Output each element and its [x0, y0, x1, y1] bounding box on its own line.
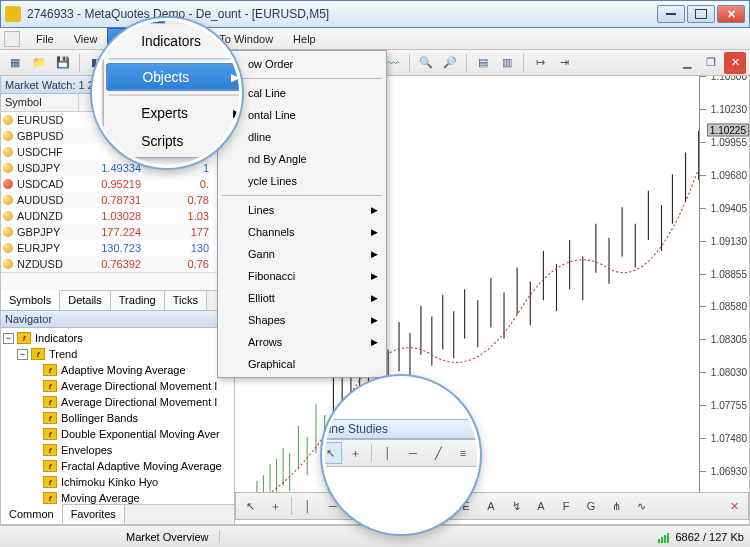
y-tick: 1.09405 [711, 202, 747, 213]
navigator-item[interactable]: Average Directional Movement I [3, 378, 232, 394]
navigator-item[interactable]: Moving Average [3, 490, 232, 504]
close-button[interactable] [717, 5, 745, 23]
fx-icon [43, 428, 57, 440]
text-icon[interactable]: T [396, 495, 420, 517]
market-watch-row[interactable]: USDCHF [1, 144, 234, 160]
y-tick: 1.07755 [711, 400, 747, 411]
nav-tab[interactable]: Common [1, 504, 63, 524]
mw-tab[interactable]: Trading [111, 291, 165, 310]
market-watch-row[interactable]: USDCAD 0.95219 0. [1, 176, 234, 192]
trendline-icon[interactable]: ╱ [346, 495, 370, 517]
navigator-item[interactable]: Average Directional Movement I [3, 394, 232, 410]
submenu-graphical[interactable]: Graphical [220, 353, 384, 375]
andrews-icon[interactable]: A [479, 495, 503, 517]
submenu-elliott[interactable]: Elliott▶ [220, 287, 384, 309]
status-tab-label[interactable]: Market Overview [116, 531, 220, 543]
mdi-close-icon[interactable]: ✕ [724, 52, 746, 74]
y-tick: 1.08580 [711, 301, 747, 312]
navigator-item[interactable]: Envelopes [3, 442, 232, 458]
save-icon[interactable]: 💾 [52, 52, 74, 74]
submenu-horizontal-line[interactable]: ontal Line [220, 104, 384, 126]
menu-tools-window[interactable]: To Window [209, 28, 283, 49]
cursor-icon[interactable]: ↖ [238, 495, 262, 517]
market-watch-row[interactable]: NZDUSD 0.76392 0.76 [1, 256, 234, 272]
market-watch-header: Market Watch: 1 29: [1, 76, 234, 94]
fibo2-icon[interactable]: F [554, 495, 578, 517]
shift-icon[interactable]: ↦ [529, 52, 551, 74]
market-watch-body[interactable]: EURUSD GBPUSD USDCHF USDJPY 1.49334 1 US… [1, 112, 234, 272]
market-watch-row[interactable]: GBPJPY 177.224 177 [1, 224, 234, 240]
submenu-fibonacci[interactable]: Fibonacci▶ [220, 265, 384, 287]
gann-icon[interactable]: G [579, 495, 603, 517]
arrange-icon[interactable]: ▥ [496, 52, 518, 74]
nav-item-label: Adaptive Moving Average [61, 364, 186, 376]
profile-icon[interactable]: ◧ [85, 52, 107, 74]
tile-icon[interactable]: ▤ [472, 52, 494, 74]
bid-cell: 177.224 [77, 226, 145, 238]
mdi-restore-icon[interactable]: ❐ [700, 52, 722, 74]
submenu-cycle-lines[interactable]: ycle Lines [220, 170, 384, 192]
submenu-new-order[interactable]: ow Order [220, 53, 384, 75]
hline-icon[interactable]: ─ [321, 495, 345, 517]
pitchfork-icon[interactable]: ⋔ [604, 495, 628, 517]
menu-help[interactable]: Help [283, 28, 326, 49]
market-watch-row[interactable]: AUDNZD 1.03028 1.03 [1, 208, 234, 224]
navigator-item[interactable]: Adaptive Moving Average [3, 362, 232, 378]
menu-insert[interactable]: Insert [107, 28, 157, 49]
minimize-button[interactable] [657, 5, 685, 23]
new-chart-icon[interactable]: ▦ [4, 52, 26, 74]
zigzag-icon[interactable]: ↯ [504, 495, 528, 517]
tree-collapse-icon[interactable]: − [3, 333, 14, 344]
market-watch-row[interactable]: EURUSD [1, 112, 234, 128]
navigator-item[interactable]: Ichimoku Kinko Hyo [3, 474, 232, 490]
submenu-trendline[interactable]: dline [220, 126, 384, 148]
navigator-item[interactable]: Double Exponential Moving Aver [3, 426, 232, 442]
market-watch-row[interactable]: AUDUSD 0.78731 0.78 [1, 192, 234, 208]
status-dot-icon [3, 131, 13, 141]
tool-a2-icon[interactable]: A [529, 495, 553, 517]
market-watch-row[interactable]: EURJPY 130.723 130 [1, 240, 234, 256]
market-watch-row[interactable]: USDJPY 1.49334 1 [1, 160, 234, 176]
navigator-item[interactable]: Fractal Adaptive Moving Average [3, 458, 232, 474]
market-watch-row[interactable]: GBPUSD [1, 128, 234, 144]
mw-tab[interactable]: Ticks [165, 291, 207, 310]
tool-e-icon[interactable]: E [454, 495, 478, 517]
tree-collapse-icon[interactable]: − [17, 349, 28, 360]
cycles-icon[interactable]: ∿ [629, 495, 653, 517]
mw-tab[interactable]: Details [60, 291, 111, 310]
crosshair-icon[interactable]: ＋ [263, 495, 287, 517]
submenu-vertical-line[interactable]: cal Line [220, 82, 384, 104]
open-icon[interactable]: 📁 [28, 52, 50, 74]
submenu-arrows[interactable]: Arrows▶ [220, 331, 384, 353]
menu-view[interactable]: View [64, 28, 108, 49]
mdi-min-icon[interactable]: ▁ [676, 52, 698, 74]
navigator-item[interactable]: Bollinger Bands [3, 410, 232, 426]
submenu-shapes[interactable]: Shapes▶ [220, 309, 384, 331]
objects-submenu[interactable]: ow Order cal Line ontal Line dline nd By… [217, 50, 387, 378]
symbol-cell: USDJPY [17, 162, 77, 174]
toolbar-close-icon[interactable]: ✕ [722, 495, 746, 517]
menu-charts[interactable]: Charts [157, 28, 209, 49]
profile2-icon[interactable]: ◨ [109, 52, 131, 74]
submenu-gann[interactable]: Gann▶ [220, 243, 384, 265]
nav-tab[interactable]: Favorites [63, 505, 125, 524]
titlebar: 2746933 - MetaQuotes Demo - De_ount - [E… [0, 0, 750, 28]
maximize-button[interactable] [687, 5, 715, 23]
menu-file[interactable]: File [26, 28, 64, 49]
mw-tab[interactable]: Symbols [1, 290, 60, 310]
zoom-in-icon[interactable]: 🔍 [415, 52, 437, 74]
fx-icon [43, 364, 57, 376]
zoom-out-icon[interactable]: 🔎 [439, 52, 461, 74]
left-column: Market Watch: 1 29: Symbol EURUSD GBPUSD… [1, 76, 235, 524]
submenu-trend-by-angle[interactable]: nd By Angle [220, 148, 384, 170]
fibo-icon[interactable]: F [421, 495, 445, 517]
autoscroll-icon[interactable]: ⇥ [553, 52, 575, 74]
bid-cell: 130.723 [77, 242, 145, 254]
submenu-lines[interactable]: Lines▶ [220, 199, 384, 221]
vline-icon[interactable]: │ [296, 495, 320, 517]
navigator-body[interactable]: − Indicators − Trend Adaptive Moving Ave… [1, 328, 234, 504]
status-dot-icon [3, 115, 13, 125]
submenu-channels[interactable]: Channels▶ [220, 221, 384, 243]
equi-icon[interactable]: ≡ [371, 495, 395, 517]
market-watch-tabs: SymbolsDetailsTradingTicks [1, 290, 234, 310]
